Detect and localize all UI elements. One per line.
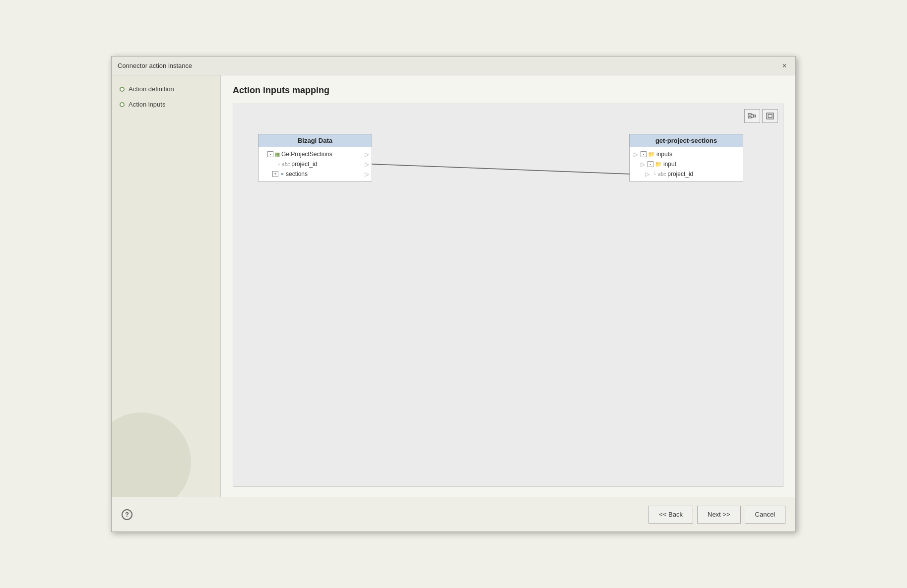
sidebar-label-action-definition: Action definition (129, 85, 174, 93)
right-node: get-project-sections ▷ - 📁 inputs (629, 134, 743, 181)
close-button[interactable]: × (779, 61, 789, 71)
svg-rect-1 (748, 117, 751, 118)
connector-dialog: Connector action instance × Action defin… (111, 56, 796, 532)
left-arrow-3: ▷ (646, 171, 649, 177)
main-content: Action inputs mapping (221, 75, 795, 497)
right-arrow-2: ▷ (365, 161, 369, 168)
mapping-canvas: Bizagi Data - ▦ GetProjectSections ▷ (233, 104, 783, 486)
expand-icon-2: + (272, 171, 278, 177)
footer-buttons: << Back Next >> Cancel (648, 506, 785, 524)
sidebar-item-action-definition[interactable]: Action definition (120, 85, 212, 93)
left-row-project-id[interactable]: └ abc project_id ▷ (259, 159, 372, 169)
folder-icon-2: 📁 (655, 161, 662, 168)
expand-icon-r2: - (648, 161, 653, 167)
group-icon-1: ⚭ (280, 171, 284, 177)
sidebar-item-action-inputs[interactable]: Action inputs (120, 101, 212, 108)
dialog-title: Connector action instance (118, 62, 192, 69)
sidebar-label-action-inputs: Action inputs (129, 101, 165, 108)
right-row-3-label: project_id (667, 171, 693, 177)
dialog-body: Action definition Action inputs Action i… (112, 75, 795, 497)
right-row-1-label: inputs (656, 151, 672, 158)
layout-icon (748, 112, 757, 120)
svg-rect-5 (753, 115, 756, 117)
right-arrow-3: ▷ (365, 171, 369, 177)
left-arrow-2: ▷ (641, 161, 645, 168)
dialog-titlebar: Connector action instance × (112, 57, 795, 75)
right-row-2-label: input (663, 161, 676, 168)
sidebar: Action definition Action inputs (112, 75, 221, 497)
right-node-body: ▷ - 📁 inputs ▷ - 📁 input (630, 147, 743, 181)
right-row-project-id[interactable]: ▷ └ abc project_id (630, 169, 743, 179)
right-node-header: get-project-sections (630, 134, 743, 147)
cancel-button[interactable]: Cancel (745, 506, 785, 524)
dialog-footer: ? << Back Next >> Cancel (112, 497, 795, 531)
abc-icon-1: abc (282, 162, 290, 167)
mapping-area: Bizagi Data - ▦ GetProjectSections ▷ (233, 104, 783, 487)
fit-icon (766, 112, 775, 120)
right-row-input[interactable]: ▷ - 📁 input (630, 159, 743, 169)
help-button[interactable]: ? (122, 509, 132, 520)
footer-left: ? (122, 509, 132, 520)
toolbar (744, 109, 778, 123)
left-row-sections[interactable]: + ⚭ sections ▷ (259, 169, 372, 179)
left-row-1-label: GetProjectSections (281, 151, 332, 158)
left-row-get-project-sections[interactable]: - ▦ GetProjectSections ▷ (259, 149, 372, 159)
svg-rect-6 (767, 113, 774, 119)
page-title: Action inputs mapping (233, 85, 783, 96)
folder-icon-1: 📁 (648, 151, 655, 158)
expand-icon-1: - (267, 151, 273, 157)
next-button[interactable]: Next >> (697, 506, 741, 524)
left-row-3-label: sections (286, 171, 308, 177)
layout-button[interactable] (744, 109, 760, 123)
abc-icon-r1: abc (658, 172, 666, 177)
left-node-body: - ▦ GetProjectSections ▷ └ abc project_i… (259, 147, 372, 181)
fit-button[interactable] (762, 109, 778, 123)
svg-rect-7 (768, 115, 772, 118)
left-arrow-1: ▷ (634, 151, 638, 158)
indent-connector-1: └ (276, 162, 280, 167)
indent-connector-r1: └ (652, 172, 656, 177)
sidebar-decoration (112, 412, 191, 497)
svg-rect-0 (748, 114, 751, 115)
sidebar-dot-action-definition (120, 87, 125, 92)
right-arrow-1: ▷ (365, 151, 369, 158)
sidebar-dot-action-inputs (120, 102, 125, 107)
left-node-header: Bizagi Data (259, 134, 372, 147)
back-button[interactable]: << Back (648, 506, 693, 524)
table-icon-1: ▦ (275, 151, 280, 158)
right-row-inputs[interactable]: ▷ - 📁 inputs (630, 149, 743, 159)
expand-icon-r1: - (641, 151, 647, 157)
left-node: Bizagi Data - ▦ GetProjectSections ▷ (258, 134, 372, 181)
left-row-2-label: project_id (291, 161, 317, 168)
